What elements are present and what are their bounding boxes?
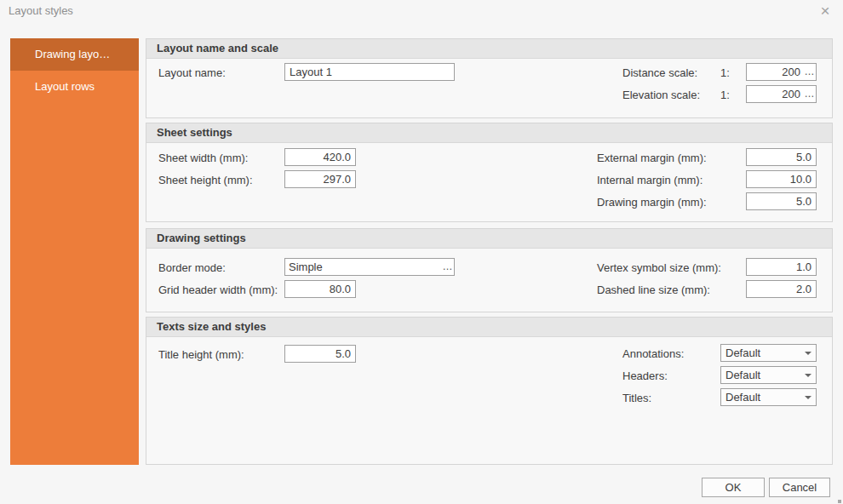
annotations-label: Annotations:	[622, 345, 684, 363]
ok-button[interactable]: OK	[702, 478, 765, 497]
sheet-height-label: Sheet height (mm):	[158, 171, 253, 189]
close-icon[interactable]: ×	[814, 0, 836, 22]
chevron-down-icon[interactable]	[802, 345, 816, 361]
distance-scale-value: 200	[747, 66, 804, 78]
titles-label: Titles:	[622, 389, 651, 407]
layout-name-input[interactable]	[284, 63, 455, 81]
distance-scale-label: Distance scale:	[622, 64, 697, 82]
ellipsis-icon[interactable]: …	[804, 86, 816, 102]
border-mode-value: Simple	[285, 261, 442, 273]
headers-label: Headers:	[622, 367, 668, 385]
grid-header-width-label: Grid header width (mm):	[158, 281, 278, 299]
annotations-dropdown[interactable]: Default	[720, 344, 817, 362]
section-header-layout-name-and-scale: Layout name and scale	[146, 39, 832, 59]
ellipsis-icon[interactable]: …	[442, 259, 454, 275]
annotations-value: Default	[721, 346, 802, 359]
elevation-scale-value: 200	[747, 88, 804, 100]
elevation-scale-label: Elevation scale:	[622, 86, 700, 104]
elevation-scale-prefix: 1:	[720, 86, 730, 104]
dashed-line-size-label: Dashed line size (mm):	[597, 281, 710, 299]
distance-scale-input[interactable]: 200 …	[746, 63, 817, 81]
dashed-line-size-input[interactable]	[746, 280, 817, 298]
settings-panel: Layout name and scale Layout name: Dista…	[146, 38, 833, 465]
vertex-symbol-size-label: Vertex symbol size (mm):	[597, 259, 721, 277]
external-margin-input[interactable]	[746, 148, 817, 166]
title-height-input[interactable]	[284, 345, 356, 363]
section-layout-name-and-scale: Layout name and scale Layout name: Dista…	[146, 38, 833, 118]
external-margin-label: External margin (mm):	[597, 149, 707, 167]
resize-grip[interactable]	[838, 500, 841, 503]
drawing-margin-input[interactable]	[746, 192, 817, 210]
sidebar: Drawing layo… Layout rows	[10, 38, 139, 465]
chevron-down-icon[interactable]	[802, 367, 816, 383]
title-height-label: Title height (mm):	[158, 346, 244, 364]
vertex-symbol-size-input[interactable]	[746, 258, 817, 276]
headers-value: Default	[721, 369, 802, 381]
sheet-height-input[interactable]	[284, 170, 356, 188]
border-mode-label: Border mode:	[158, 259, 226, 277]
dialog-title: Layout styles	[9, 4, 73, 17]
internal-margin-input[interactable]	[746, 170, 817, 188]
chevron-down-icon[interactable]	[802, 389, 816, 405]
internal-margin-label: Internal margin (mm):	[597, 171, 702, 189]
drawing-margin-label: Drawing margin (mm):	[597, 193, 707, 211]
ellipsis-icon[interactable]: …	[804, 64, 816, 80]
sheet-width-label: Sheet width (mm):	[158, 149, 248, 167]
section-drawing-settings: Drawing settings Border mode: Simple … G…	[146, 228, 833, 312]
sidebar-item-drawing-layout[interactable]: Drawing layo…	[10, 38, 139, 71]
section-header-sheet-settings: Sheet settings	[146, 123, 832, 143]
cancel-button[interactable]: Cancel	[769, 478, 830, 497]
distance-scale-prefix: 1:	[720, 64, 730, 82]
layout-name-label: Layout name:	[158, 64, 226, 82]
section-texts-size-and-styles: Texts size and styles Title height (mm):…	[146, 317, 833, 465]
titles-value: Default	[721, 391, 802, 404]
border-mode-combo[interactable]: Simple …	[284, 258, 455, 276]
titles-dropdown[interactable]: Default	[720, 388, 817, 406]
headers-dropdown[interactable]: Default	[720, 366, 817, 384]
section-sheet-settings: Sheet settings Sheet width (mm): Sheet h…	[146, 123, 833, 222]
elevation-scale-input[interactable]: 200 …	[746, 85, 817, 103]
grid-header-width-input[interactable]	[284, 280, 356, 298]
section-header-drawing-settings: Drawing settings	[146, 229, 832, 249]
sidebar-item-layout-rows[interactable]: Layout rows	[10, 71, 139, 103]
sheet-width-input[interactable]	[284, 148, 356, 166]
layout-styles-dialog: { "dialog": { "title": "Layout styles" }…	[0, 0, 843, 504]
section-header-texts-size-and-styles: Texts size and styles	[146, 318, 832, 337]
